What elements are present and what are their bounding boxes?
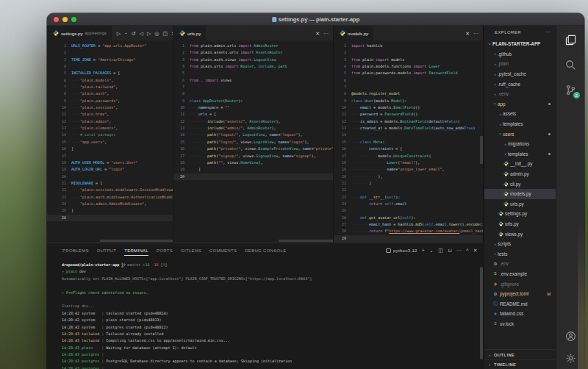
- python-icon: [498, 221, 503, 226]
- terminal-line: 14:28:43 postgres | PostgreSQL Database …: [62, 358, 484, 365]
- panel-tab-problems[interactable]: PROBLEMS: [62, 246, 89, 256]
- tree-item-tailwind-css[interactable]: #tailwind.css: [484, 309, 556, 319]
- panel-tab-ports[interactable]: PORTS: [157, 246, 173, 256]
- close-icon[interactable]: ✕: [473, 248, 478, 254]
- code-line: 18········path("", views.HomeView),: [173, 160, 333, 166]
- terminal-scrollbar[interactable]: [480, 267, 483, 359]
- tree-item-pyproject-toml[interactable]: ⚙pyproject.tomlM: [484, 289, 556, 299]
- tab-models-py[interactable]: models.py: [334, 26, 374, 40]
- panel-tab-terminal[interactable]: TERMINAL: [124, 246, 148, 256]
- tree-item--env-example[interactable]: $.env.example: [484, 269, 556, 279]
- line-number: 10: [173, 104, 190, 111]
- tree-item--gitignore[interactable]: ◆.gitignore: [484, 279, 556, 289]
- tree-item-urls-py[interactable]: urls.py: [484, 219, 556, 229]
- split-icon[interactable]: ◫: [162, 31, 168, 36]
- tree-item-assets[interactable]: ›assets: [484, 109, 556, 119]
- tree-item-models-py[interactable]: models.py: [484, 189, 556, 199]
- next-change-icon[interactable]: ▷: [147, 31, 151, 36]
- tree-item--init-py[interactable]: __init__.py: [484, 159, 556, 169]
- more-icon[interactable]: ⋯: [456, 248, 462, 254]
- tree-item-users[interactable]: ›users: [484, 129, 556, 139]
- more-icon[interactable]: ⋯: [473, 31, 478, 36]
- code-editor[interactable]: 1URLS_ROUTER = "app.urls.AppRouter"23TIM…: [47, 40, 173, 243]
- tree-item-settings-py[interactable]: settings.py: [484, 209, 556, 219]
- python-icon: [498, 221, 503, 226]
- code-line: 5INSTALLED_PACKAGES = [: [47, 70, 173, 76]
- search-icon[interactable]: [564, 59, 577, 71]
- tree-item-app[interactable]: ›app: [484, 99, 556, 110]
- close-icon[interactable]: ✕: [171, 31, 173, 36]
- explorer-icon[interactable]: [564, 34, 577, 46]
- terminal[interactable]: dropseed/plain-starter-app master +18 -1…: [47, 257, 484, 369]
- panel-tab-gitlens[interactable]: GITLENS: [181, 246, 201, 256]
- close-window-button[interactable]: [54, 17, 59, 22]
- tree-item-uv-lock[interactable]: ≡uv.lock: [484, 319, 556, 329]
- history-icon[interactable]: ↺: [132, 31, 136, 36]
- explorer-more-actions-icon[interactable]: ⋯: [545, 29, 551, 35]
- code-editor[interactable]: 1import hashlib23from plain import model…: [334, 40, 483, 243]
- window-title: settings.py — plain-starter-app: [272, 16, 359, 23]
- tree-item-label: migrations: [508, 141, 529, 146]
- line-number: 26: [47, 215, 71, 221]
- new-icon[interactable]: +: [422, 248, 425, 253]
- tree-item-scripts[interactable]: ›scripts: [484, 239, 556, 249]
- vertical-scrollbar[interactable]: [480, 136, 483, 164]
- code-line: 15····"app.users",: [47, 139, 173, 146]
- section-outline[interactable]: ›OUTLINE: [484, 350, 556, 359]
- prev-change-icon[interactable]: ◁: [140, 31, 143, 36]
- code-line: 11····password = PasswordField(): [334, 111, 483, 118]
- more-icon[interactable]: ⋯: [323, 31, 329, 36]
- split-icon[interactable]: ◫: [438, 248, 443, 254]
- zoom-window-button[interactable]: [71, 17, 76, 22]
- panel-tab-output[interactable]: OUTPUT: [97, 246, 116, 256]
- tree-item--ruff-cache[interactable]: ›.ruff_cache: [484, 79, 556, 89]
- settings-gear-icon[interactable]: [564, 352, 577, 365]
- tree-item-label: admin.py: [510, 171, 529, 176]
- tree-item-cli-py[interactable]: cli.py: [484, 179, 556, 189]
- tree-item--venv[interactable]: ›.venv: [484, 89, 556, 99]
- code-line: 12····is_admin = models.BooleanField(def…: [334, 118, 483, 125]
- tree-item-readme-md[interactable]: ⓘREADME.md: [484, 298, 556, 309]
- chevron-up-icon[interactable]: ^: [466, 248, 469, 253]
- close-icon[interactable]: ✕: [315, 31, 320, 36]
- code-line: 19················name="unique_lower_ema…: [334, 166, 483, 173]
- tree-item-templates[interactable]: ›templates: [484, 119, 556, 129]
- tree-item-plain-starter-app[interactable]: ›PLAIN-STARTER-APP: [484, 39, 556, 49]
- tree-item-urls-py[interactable]: urls.py: [484, 199, 556, 209]
- terminal-shell-selector[interactable]: ›python3.12: [386, 248, 417, 253]
- tree-item-templates[interactable]: ›templates: [484, 149, 556, 160]
- code-line: 26····def get_avatar_url(self):: [334, 215, 483, 221]
- account-icon[interactable]: [564, 330, 577, 343]
- code-line: 6: [334, 77, 483, 84]
- tree-item-migrations[interactable]: ›migrations: [484, 139, 556, 149]
- play-icon[interactable]: ▷: [117, 31, 121, 36]
- line-number: 19: [334, 166, 351, 173]
- editor-actions: ✕⋯: [461, 26, 483, 40]
- panel-tab-debug-console[interactable]: DEBUG CONSOLE: [245, 246, 286, 256]
- tree-item--plain[interactable]: ›.plain: [484, 59, 556, 69]
- code-line: 13········include("admin/", AdminRouter)…: [173, 125, 333, 132]
- minimize-window-button[interactable]: [62, 17, 68, 22]
- horizontal-scrollbar[interactable]: [279, 240, 333, 242]
- tree-item--pytest-cache[interactable]: ›.pytest_cache: [484, 69, 556, 79]
- close-icon[interactable]: ✕: [465, 31, 470, 36]
- horizontal-scrollbar[interactable]: [100, 240, 173, 242]
- debug-icon[interactable]: ◎: [154, 31, 159, 36]
- trash-icon[interactable]: ⊔: [448, 248, 452, 254]
- chevron-down-icon[interactable]: ⌄: [429, 248, 434, 254]
- line-number: 22: [334, 187, 351, 193]
- section-timeline[interactable]: ›TIMELINE: [484, 359, 556, 369]
- code-editor[interactable]: 1from plain.admin.urls import AdminRoute…: [173, 40, 333, 243]
- tab-urls-py[interactable]: urls.py: [173, 26, 207, 40]
- tree-item--github[interactable]: ›.github: [484, 49, 556, 60]
- file-icon: [272, 17, 276, 22]
- tree-item-tests[interactable]: ›tests: [484, 248, 556, 259]
- source-control-icon[interactable]: 2: [564, 84, 577, 96]
- tree-item-admin-py[interactable]: admin.py: [484, 169, 556, 179]
- terminal-icon: ›: [386, 248, 391, 253]
- tree-item-views-py[interactable]: views.py: [484, 229, 556, 239]
- tab-settings-py[interactable]: settings.pyapp/settings: [47, 26, 112, 40]
- chevron-down-icon[interactable]: ⌄: [124, 31, 128, 35]
- tree-item--env[interactable]: ⚙.env: [484, 259, 556, 269]
- panel-tab-comments[interactable]: COMMENTS: [209, 246, 237, 256]
